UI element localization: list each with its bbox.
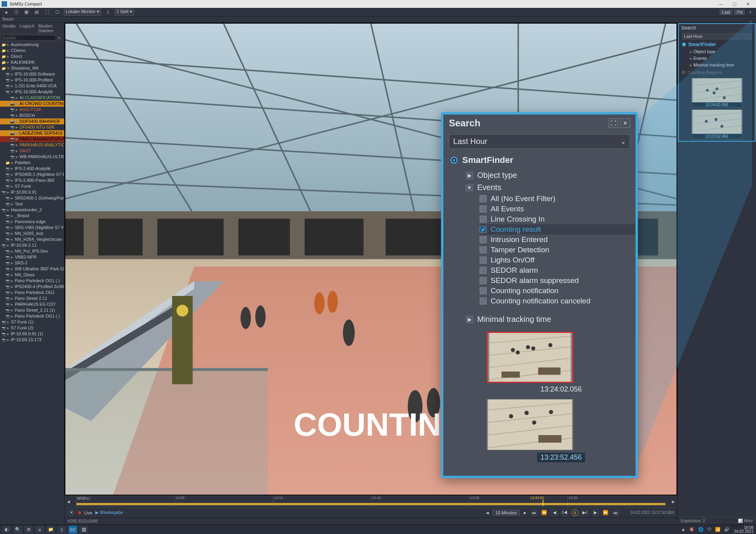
frame-fwd-button[interactable]: ▶⦀ [582,509,589,516]
event-option[interactable]: Lights On/Off [480,255,636,265]
sidepanel-item-tracking[interactable]: Minimal tracking time [679,62,755,68]
tree-item[interactable]: ▸PARKHAUS EG OST [0,301,64,307]
tree-item[interactable]: ▸WB-PARKHAUS-ULTRA [0,154,64,160]
playback-label[interactable]: ▶ Wiedergabe [95,510,123,515]
layout-icon[interactable]: ▤ [33,9,40,16]
tree-item[interactable]: ▸S7 Funk (2) [0,325,64,331]
sidepanel-thumb-2[interactable]: 13:23:52.456 [691,109,743,139]
tree-item[interactable]: ▸Pano Street_2.11 (1) [0,307,64,313]
tree-item[interactable]: ▸IP:10.69.9.91 (1) [0,331,64,337]
tree-item[interactable]: ▸AXIS P13A [0,107,64,113]
sidepanel-item-events[interactable]: Events [679,55,755,62]
taskbar-app2-icon[interactable]: 🖼 [80,526,88,534]
checkbox-icon[interactable] [480,257,487,264]
timeline-track[interactable] [76,503,665,505]
tree-item[interactable]: ▸NN_Glass [0,272,64,278]
expand-panel-icon[interactable]: ⛶ [609,118,618,128]
checkbox-icon[interactable] [480,277,487,284]
window-maximize-button[interactable]: ▢ [728,0,741,8]
tree-item[interactable]: ▸NN_H264_Vergleichcam [0,237,64,242]
tree-item[interactable]: ▸Pano Parkdeck OG1 ( ) [0,278,64,284]
tray-icons[interactable]: ▲ 🔇 🌐 🛡 📶 🔊 [681,527,731,532]
tab-logical[interactable]: Logisch [20,24,35,33]
tree-item[interactable]: ▸Panomera edge [0,219,64,225]
range-select[interactable]: 10 Minuten [493,510,519,516]
tree-item[interactable]: ▾Showtime_NN [0,65,64,71]
tree-item[interactable]: ▸Test [0,201,64,207]
window-minimize-button[interactable]: — [714,0,728,8]
event-option[interactable]: Line Crossing In [480,214,636,224]
tree-item[interactable]: ▸DF5400 NTU-SI/K [0,124,64,130]
tree-item[interactable]: ▸IPS-10.000-Software [0,71,64,77]
tree-search-input[interactable] [2,35,56,41]
monitor-select[interactable]: Lokaler Monitor ▾ [64,9,101,16]
close-panel-icon[interactable]: ✕ [621,118,630,128]
tree-item[interactable]: ▸AI CLASSIFICATION [0,95,64,101]
timeline[interactable]: ◄ ► 04.02.21 13:0013:0513:1013:1513:2013… [65,495,677,507]
tree-item[interactable]: ▸IPS2400-4 (Profiled 3x360) [0,284,64,290]
timeline-right-icon[interactable]: ► [671,499,676,504]
counting-regions-label[interactable]: Counting Regions [687,70,722,75]
clear-search-icon[interactable]: ✕ [56,35,63,41]
checkbox-icon[interactable] [480,267,487,274]
checkbox-icon[interactable] [480,246,487,253]
live-label[interactable]: Live [84,510,92,515]
nav-back-icon[interactable]: ◄ [2,9,9,16]
step-fwd-button[interactable]: ▶ [592,509,599,516]
checkbox-icon[interactable] [480,236,487,243]
taskbar-start-icon[interactable]: ◐ [2,526,11,534]
timeline-marker[interactable] [543,500,543,506]
skip-end-button[interactable]: ⏭ [612,509,619,516]
result-thumb-1[interactable] [487,332,573,383]
node-events[interactable]: ▼ Events [443,181,636,194]
smartfinder-radio[interactable] [450,157,458,164]
taskbar-explorer-icon[interactable]: 📁 [46,526,55,534]
layout-select[interactable]: 1 Split ▾ [115,9,134,16]
tree-item[interactable]: ▸IPS-2.400-Pano-360 [0,177,64,183]
tree-item[interactable]: ▸DDF5400 BAHNHOF [0,118,64,124]
taskbar-taskview-icon[interactable]: ⧉ [24,526,33,534]
taskbar-app1-icon[interactable]: SC [69,526,77,534]
tree-item[interactable]: ▸Paletten [0,160,64,166]
window-close-button[interactable]: ✕ [741,0,754,8]
taskbar-search-icon[interactable]: 🔍 [13,526,22,534]
frame-back-button[interactable]: ⦀◀ [561,509,568,516]
tree-item[interactable]: ▸BOSCH [0,113,64,118]
tree-item[interactable]: ▸IP:10.69.9.91 [0,189,64,195]
timeline-left-icon[interactable]: ◄ [66,499,71,504]
event-option[interactable]: All Events [480,204,636,214]
rewind-button[interactable]: ⏪ [541,509,548,516]
forward-button[interactable]: ⏩ [602,509,609,516]
tree-item[interactable]: ▸IP:10.69.2.11 [0,242,64,248]
grid-icon[interactable]: ▦ [23,9,30,16]
tree-item[interactable]: ▸CDemo [0,48,64,54]
timerange-dropdown[interactable]: Last Hour⌄ [449,134,630,149]
more-link[interactable]: 📊 Mehr [738,519,753,523]
tree-item[interactable]: ▸SRS-VM3 (Nightline S7 Funk) [0,225,64,231]
tree-item[interactable]: ▸IPS-10.000-Profiled [0,77,64,83]
tree-item[interactable]: ▸NN_H265_test [0,231,64,237]
tree-item[interactable]: ▸_Bristol [0,213,64,219]
sidepanel-item-objecttype[interactable]: Object type [679,48,755,55]
smartfinder-label[interactable]: SmartFinder [688,42,716,47]
tree-item[interactable]: ▸Pano Street 2.11 [0,296,64,301]
radio-off-icon[interactable] [682,71,685,74]
event-option[interactable]: All (No Event Filter) [480,194,636,204]
range-back-icon[interactable]: ◄ [485,510,490,515]
checkbox-icon[interactable] [480,297,487,305]
taskbar-edge-icon[interactable]: e [35,526,44,534]
tree-item[interactable]: ▸1.OG Ente-5400-VCA [0,83,64,89]
radio-icon[interactable] [682,42,686,46]
event-option[interactable]: Intrusion Entered [480,235,636,245]
result-thumb-2[interactable] [487,399,573,450]
device-tree-panel[interactable]: Geräte Logisch Medien Dateien ✕ ▸Ausmust… [0,23,65,525]
split-icon[interactable]: ▯ [104,9,111,16]
node-minimal-tracking[interactable]: ▶ Minimal tracking time [443,313,636,325]
smartfinder-heading[interactable]: SmartFinder [462,155,513,165]
event-option[interactable]: Counting notification canceled [480,296,636,306]
tree-item[interactable]: ▸IPS-2.400-Analytik [0,166,64,172]
sidepanel-timerange-select[interactable]: Last Hour [682,33,752,39]
tree-item[interactable]: ▸SRS-2 [0,260,64,266]
tree-item[interactable]: ▸VNB3-NPR [0,254,64,260]
tree-item[interactable]: ▸IPS2400-1 (Nightline S7 Funk) [0,172,64,177]
